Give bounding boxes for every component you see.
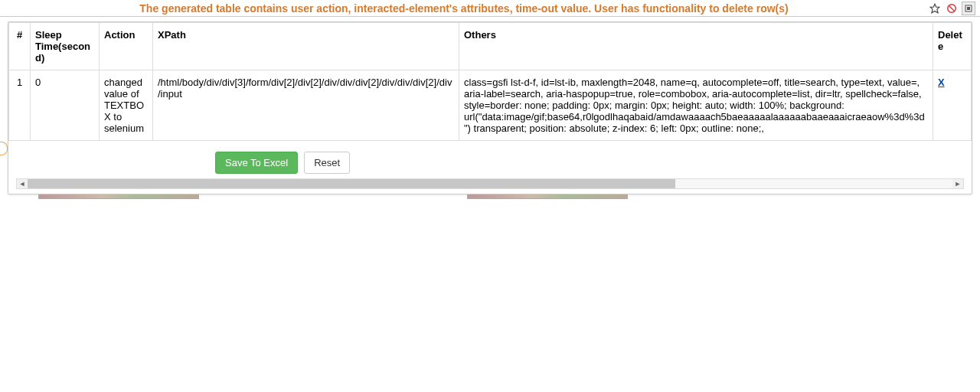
svg-marker-0 [930, 4, 939, 13]
horizontal-scrollbar[interactable]: ◄ ► [16, 178, 964, 189]
save-to-excel-button[interactable]: Save To Excel [215, 152, 298, 174]
data-panel: # Sleep Time(second) Action XPath Others… [8, 21, 972, 194]
side-tab-icon[interactable] [0, 142, 8, 155]
action-table: # Sleep Time(second) Action XPath Others… [8, 22, 972, 141]
page-title: The generated table contains user action… [5, 2, 923, 15]
background-stub [38, 194, 199, 199]
cell-others: class=gsfi lst-d-f, id=lst-ib, maxlength… [459, 70, 933, 141]
delete-row-link[interactable]: X [938, 77, 945, 88]
svg-line-2 [949, 5, 955, 11]
col-action: Action [100, 23, 153, 70]
background-strip [8, 194, 972, 199]
browser-topbar: The generated table contains user action… [0, 0, 980, 17]
reset-button[interactable]: Reset [304, 152, 350, 174]
star-icon[interactable] [928, 2, 942, 15]
cell-delete: X [933, 70, 972, 141]
col-delete: Delete [933, 23, 972, 70]
background-stub [467, 194, 628, 199]
col-xpath: XPath [153, 23, 459, 70]
svg-rect-4 [967, 7, 970, 10]
col-sleep: Sleep Time(second) [31, 23, 100, 70]
scroll-track[interactable] [28, 179, 952, 188]
col-others: Others [459, 23, 933, 70]
cell-sleep: 0 [31, 70, 100, 141]
col-num: # [9, 23, 31, 70]
button-row: Save To Excel Reset [8, 141, 972, 178]
stop-icon[interactable] [945, 2, 959, 15]
scroll-right-icon[interactable]: ► [952, 179, 963, 188]
extension-icon[interactable] [962, 2, 975, 15]
table-row: 1 0 changed value of TEXTBOX to selenium… [9, 70, 972, 141]
topbar-icons [923, 2, 975, 15]
scroll-thumb[interactable] [28, 179, 675, 188]
table-header-row: # Sleep Time(second) Action XPath Others… [9, 23, 972, 70]
cell-xpath: /html/body/div/div[3]/form/div[2]/div[2]… [153, 70, 459, 141]
cell-action: changed value of TEXTBOX to selenium [100, 70, 153, 141]
scroll-left-icon[interactable]: ◄ [17, 179, 28, 188]
cell-num: 1 [9, 70, 31, 141]
